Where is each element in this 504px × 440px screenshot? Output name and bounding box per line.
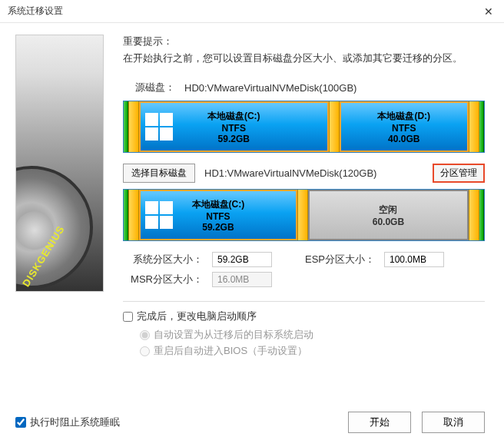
cancel-button[interactable]: 取消 bbox=[422, 412, 485, 433]
partition-manage-button[interactable]: 分区管理 bbox=[433, 164, 485, 183]
prevent-sleep-label: 执行时阻止系统睡眠 bbox=[30, 415, 120, 429]
bios-boot-label: 重启后自动进入BIOS（手动设置） bbox=[154, 344, 307, 358]
target-disk-path: HD1:VMwareVirtualNVMeDisk(120GB) bbox=[201, 167, 426, 179]
auto-boot-label: 自动设置为从迁移后的目标系统启动 bbox=[154, 328, 313, 342]
sys-size-input[interactable] bbox=[212, 252, 272, 267]
boot-change-label: 完成后，更改电脑启动顺序 bbox=[137, 309, 257, 323]
sidebar: DISKGENIUS bbox=[0, 23, 108, 407]
hint-title: 重要提示： bbox=[123, 35, 485, 48]
target-disk-bar[interactable]: 本地磁盘(C:)NTFS59.2GB空闲60.0GB bbox=[123, 189, 485, 241]
source-disk-label: 源磁盘： bbox=[123, 81, 184, 94]
hdd-illustration: DISKGENIUS bbox=[15, 35, 104, 292]
window-title: 系统迁移设置 bbox=[8, 5, 473, 18]
free-space-segment[interactable]: 空闲60.0GB bbox=[308, 190, 469, 240]
partition-segment[interactable]: 本地磁盘(D:)NTFS40.0GB bbox=[340, 101, 469, 152]
start-button[interactable]: 开始 bbox=[348, 412, 411, 433]
auto-boot-radio bbox=[140, 330, 150, 340]
esp-size-input[interactable] bbox=[384, 252, 444, 267]
close-button[interactable]: ✕ bbox=[473, 0, 504, 23]
sys-size-label: 系统分区大小： bbox=[123, 253, 207, 266]
msr-size-label: MSR分区大小： bbox=[123, 273, 207, 286]
msr-size-input bbox=[212, 272, 272, 287]
partition-segment[interactable]: 本地磁盘(C:)NTFS59.2GB bbox=[139, 101, 329, 152]
hint-text: 在开始执行之前，您可以设置目标磁盘分区大小、或添加其它要迁移的分区。 bbox=[123, 51, 485, 65]
partition-segment[interactable]: 本地磁盘(C:)NTFS59.2GB bbox=[139, 190, 297, 240]
source-disk-path: HD0:VMwareVirtualNVMeDisk(100GB) bbox=[184, 82, 356, 94]
esp-size-label: ESP分区大小： bbox=[295, 253, 380, 266]
source-disk-bar: 本地磁盘(C:)NTFS59.2GB本地磁盘(D:)NTFS40.0GB bbox=[123, 101, 485, 153]
bios-boot-radio bbox=[140, 346, 150, 356]
prevent-sleep-checkbox[interactable] bbox=[15, 417, 26, 428]
select-target-button[interactable]: 选择目标磁盘 bbox=[123, 164, 195, 183]
boot-change-checkbox[interactable] bbox=[123, 312, 133, 322]
